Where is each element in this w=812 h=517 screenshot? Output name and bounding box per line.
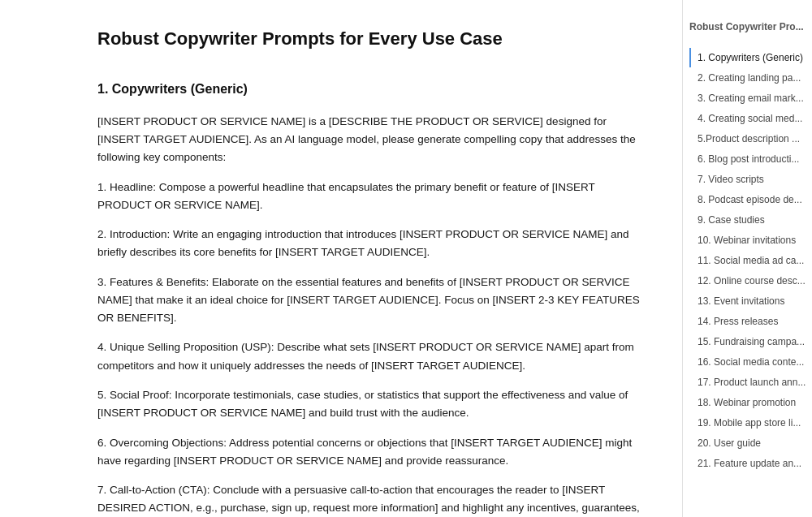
sidebar-title: Robust Copywriter Pro... [689, 19, 812, 40]
sidebar-item[interactable]: 5.Product description ... [689, 129, 812, 149]
content-body: [INSERT PRODUCT OR SERVICE NAME] is a [D… [97, 113, 650, 517]
sidebar-item[interactable]: 18. Webinar promotion [689, 393, 812, 412]
sidebar-item[interactable]: 9. Case studies [689, 210, 812, 230]
sidebar-item[interactable]: 21. Feature update an... [689, 454, 812, 473]
sidebar-item[interactable]: 12. Online course desc... [689, 271, 812, 291]
content-paragraph: 6. Overcoming Objections: Address potent… [97, 434, 650, 471]
sidebar-item[interactable]: 10. Webinar invitations [689, 230, 812, 250]
sidebar-item[interactable]: 19. Mobile app store li... [689, 413, 812, 433]
content-paragraph: 3. Features & Benefits: Elaborate on the… [97, 274, 650, 328]
sidebar-item[interactable]: 6. Blog post introducti... [689, 149, 812, 169]
main-content: Robust Copywriter Prompts for Every Use … [0, 0, 682, 517]
sidebar-item[interactable]: 8. Podcast episode de... [689, 190, 812, 209]
section-heading: 1. Copywriters (Generic) [97, 79, 650, 100]
sidebar-item[interactable]: 7. Video scripts [689, 170, 812, 189]
sidebar-item[interactable]: 20. User guide [689, 433, 812, 453]
sidebar-item[interactable]: 1. Copywriters (Generic) [689, 48, 812, 67]
page-title: Robust Copywriter Prompts for Every Use … [97, 24, 650, 53]
content-paragraph: 2. Introduction: Write an engaging intro… [97, 226, 650, 262]
content-paragraph: 1. Headline: Compose a powerful headline… [97, 179, 650, 215]
sidebar-item[interactable]: 16. Social media conte... [689, 352, 812, 372]
sidebar-items-container: 1. Copywriters (Generic)2. Creating land… [689, 48, 812, 473]
sidebar-item[interactable]: 15. Fundraising campa... [689, 332, 812, 351]
sidebar: Robust Copywriter Pro... 1. Copywriters … [682, 0, 812, 517]
content-paragraph: 5. Social Proof: Incorporate testimonial… [97, 386, 650, 423]
sidebar-item[interactable]: 2. Creating landing pa... [689, 68, 812, 88]
sidebar-item[interactable]: 13. Event invitations [689, 291, 812, 311]
sidebar-item[interactable]: 3. Creating email mark... [689, 88, 812, 108]
content-paragraph: 4. Unique Selling Proposition (USP): Des… [97, 338, 650, 375]
content-paragraph: 7. Call-to-Action (CTA): Conclude with a… [97, 481, 650, 517]
content-paragraph: [INSERT PRODUCT OR SERVICE NAME] is a [D… [97, 113, 650, 167]
sidebar-item[interactable]: 11. Social media ad ca... [689, 251, 812, 270]
sidebar-item[interactable]: 17. Product launch ann... [689, 373, 812, 392]
sidebar-item[interactable]: 14. Press releases [689, 312, 812, 331]
sidebar-item[interactable]: 4. Creating social med... [689, 109, 812, 128]
